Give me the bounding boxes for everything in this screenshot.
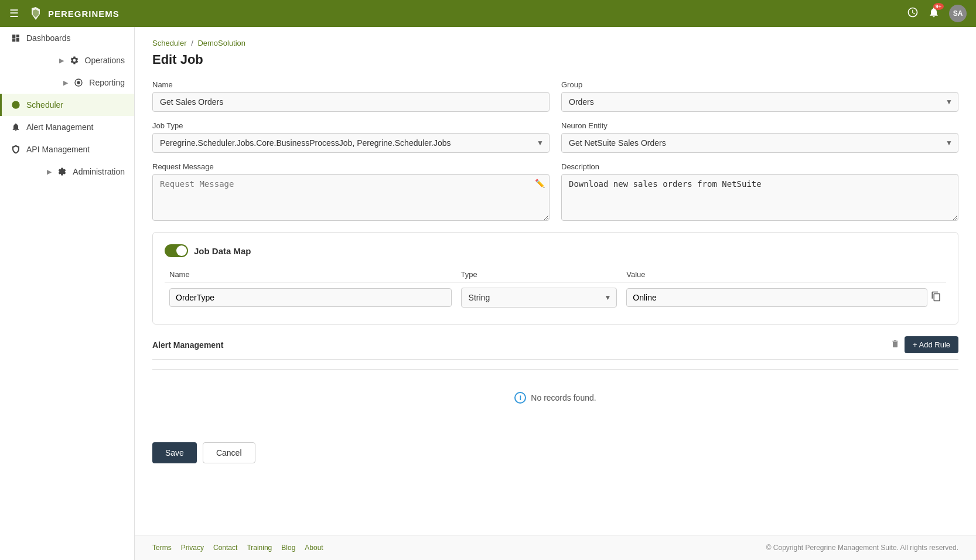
- topnav: ☰ PEREGRINEMS 9+ SA: [0, 0, 976, 27]
- scheduler-icon: [11, 100, 21, 110]
- data-map-table: Name Type Value String: [165, 267, 946, 312]
- arrow-icon-administration: ▶: [47, 168, 52, 176]
- request-message-label: Request Message: [152, 162, 550, 171]
- sidebar-item-operations[interactable]: ▶ Operations: [0, 49, 134, 71]
- sidebar-label-alert-management: Alert Management: [26, 122, 93, 132]
- col-name-header: Name: [165, 267, 456, 283]
- footer-links: Terms Privacy Contact Training Blog Abou…: [152, 544, 323, 552]
- no-records-message: i No records found.: [152, 374, 958, 421]
- sidebar-item-reporting[interactable]: ▶ Reporting: [0, 71, 134, 94]
- job-data-map-toggle[interactable]: [165, 244, 188, 257]
- sidebar-label-operations: Operations: [85, 56, 125, 65]
- sidebar-label-scheduler: Scheduler: [26, 100, 63, 110]
- footer-link-terms[interactable]: Terms: [152, 544, 172, 552]
- api-icon: [11, 145, 21, 154]
- row-name-input[interactable]: [169, 288, 452, 307]
- trash-icon[interactable]: [890, 339, 900, 351]
- breadcrumb-demo-solution[interactable]: DemoSolution: [197, 39, 245, 47]
- group-label: Group: [561, 80, 958, 89]
- action-buttons: Save Cancel: [152, 433, 958, 463]
- job-type-select[interactable]: Peregrine.Scheduler.Jobs.Core.BusinessPr…: [152, 133, 550, 153]
- alert-icon: [11, 122, 21, 132]
- operations-icon: [70, 56, 79, 65]
- name-label: Name: [152, 80, 550, 89]
- menu-icon[interactable]: ☰: [9, 7, 19, 20]
- sidebar-item-administration[interactable]: ▶ Administration: [0, 161, 134, 183]
- group-select[interactable]: Orders Default Custom: [561, 92, 958, 112]
- data-map-row: String Integer Boolean DateTime ▼: [165, 283, 946, 313]
- footer-link-blog[interactable]: Blog: [281, 544, 295, 552]
- arrow-icon-reporting: ▶: [63, 79, 68, 87]
- main-content: Scheduler / DemoSolution Edit Job Name G…: [135, 27, 976, 560]
- row-value-input[interactable]: [626, 288, 927, 307]
- notification-icon[interactable]: 9+: [928, 6, 940, 21]
- no-records-text: No records found.: [531, 393, 596, 402]
- job-data-map-card: Job Data Map Name Type Value: [152, 232, 958, 325]
- sidebar-item-scheduler[interactable]: Scheduler: [0, 94, 134, 116]
- footer-copyright: © Copyright Peregrine Management Suite. …: [766, 544, 958, 552]
- sidebar-label-reporting: Reporting: [89, 78, 125, 87]
- footer-link-about[interactable]: About: [305, 544, 323, 552]
- footer: Terms Privacy Contact Training Blog Abou…: [135, 535, 976, 560]
- info-icon: i: [514, 392, 526, 404]
- footer-link-privacy[interactable]: Privacy: [181, 544, 204, 552]
- footer-link-training[interactable]: Training: [247, 544, 272, 552]
- cancel-button[interactable]: Cancel: [203, 442, 255, 463]
- app-name: PEREGRINEMS: [48, 9, 120, 19]
- page-title: Edit Job: [152, 52, 958, 67]
- request-message-input[interactable]: [152, 174, 550, 221]
- app-logo: PEREGRINEMS: [27, 5, 120, 22]
- edit-icon[interactable]: ✏️: [535, 179, 545, 188]
- sidebar: Dashboards ▶ Operations ▶ Reporting Sche…: [0, 27, 135, 560]
- sidebar-label-administration: Administration: [73, 167, 125, 176]
- sidebar-item-api-management[interactable]: API Management: [0, 138, 134, 161]
- sidebar-label-api-management: API Management: [26, 145, 90, 154]
- row-type-select[interactable]: String Integer Boolean DateTime: [461, 288, 617, 308]
- svg-point-2: [12, 101, 19, 108]
- user-avatar[interactable]: SA: [949, 5, 967, 22]
- neuron-entity-select[interactable]: Get NetSuite Sales Orders Process Orders…: [561, 133, 958, 153]
- name-input[interactable]: [152, 92, 550, 112]
- sidebar-item-dashboards[interactable]: Dashboards: [0, 27, 134, 49]
- breadcrumb-scheduler[interactable]: Scheduler: [152, 39, 187, 47]
- arrow-icon-operations: ▶: [59, 57, 64, 64]
- save-button[interactable]: Save: [152, 442, 197, 463]
- alert-management-title: Alert Management: [152, 340, 223, 350]
- col-type-header: Type: [456, 267, 622, 283]
- add-rule-button[interactable]: + Add Rule: [905, 336, 958, 353]
- history-icon[interactable]: [907, 6, 919, 21]
- job-type-label: Job Type: [152, 121, 550, 130]
- breadcrumb-separator: /: [191, 39, 193, 47]
- description-input[interactable]: Download new sales orders from NetSuite: [561, 174, 958, 221]
- svg-point-1: [77, 81, 80, 84]
- sidebar-item-alert-management[interactable]: Alert Management: [0, 116, 134, 138]
- footer-link-contact[interactable]: Contact: [213, 544, 237, 552]
- alert-management-section: Alert Management + Add Rule i No records…: [152, 336, 958, 421]
- description-label: Description: [561, 162, 958, 171]
- col-value-header: Value: [622, 267, 946, 283]
- copy-icon[interactable]: [931, 291, 941, 304]
- breadcrumb: Scheduler / DemoSolution: [152, 39, 958, 47]
- notification-badge: 9+: [933, 3, 944, 10]
- administration-icon: [57, 167, 67, 176]
- neuron-entity-label: Neuron Entity: [561, 121, 958, 130]
- sidebar-label-dashboards: Dashboards: [26, 33, 71, 43]
- reporting-icon: [74, 78, 83, 87]
- job-data-map-title: Job Data Map: [194, 246, 251, 256]
- dashboard-icon: [11, 33, 21, 43]
